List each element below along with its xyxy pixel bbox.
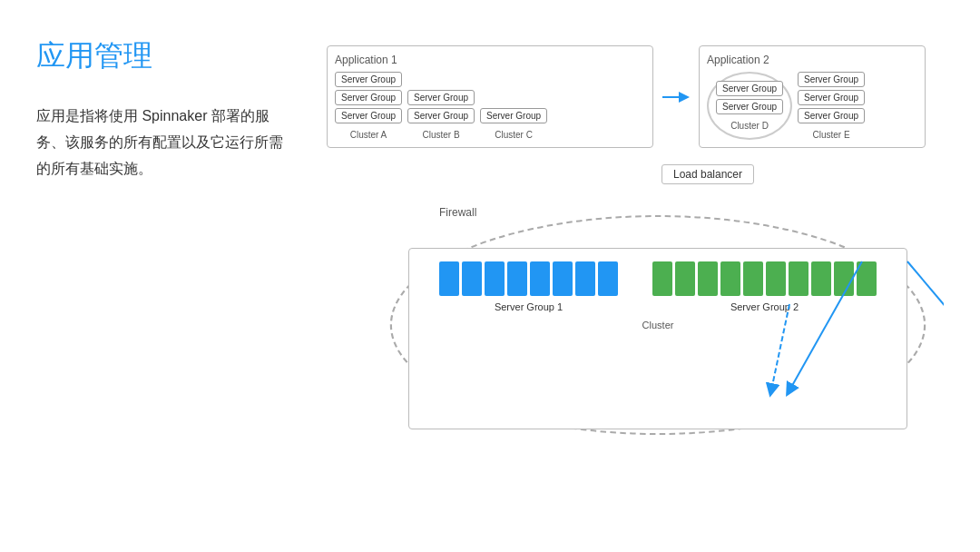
sg2-block5 (743, 261, 763, 296)
server-groups-row: Server Group 1 (431, 261, 885, 312)
sg2-block6 (766, 261, 786, 296)
application1-box: Application 1 Server Group Server Group … (327, 45, 653, 148)
cluster-a: Server Group Server Group Server Group C… (335, 72, 402, 140)
sg-e3: Server Group (798, 108, 865, 123)
sg-b2: Server Group (407, 108, 475, 123)
sg2-block4 (720, 261, 740, 296)
sg-a2: Server Group (335, 90, 402, 105)
firewall-label: Firewall (436, 206, 480, 219)
sg-a1: Server Group (335, 72, 402, 87)
sg1-block8 (598, 261, 618, 296)
sg-d1: Server Group (716, 81, 783, 96)
sg1-block6 (553, 261, 573, 296)
sg1-block5 (530, 261, 550, 296)
sg2-block8 (811, 261, 831, 296)
sg-c1: Server Group (480, 108, 547, 123)
sg1-label: Server Group 1 (495, 301, 563, 312)
lb-box: Load balancer (662, 164, 754, 184)
cluster-d-label: Cluster D (730, 121, 769, 131)
cluster-a-label: Cluster A (350, 130, 387, 140)
sg1-block7 (575, 261, 595, 296)
cluster-e-label: Cluster E (812, 130, 849, 140)
sg2-block10 (857, 261, 877, 296)
sg1-block4 (507, 261, 527, 296)
cluster-e: Server Group Server Group Server Group C… (798, 72, 865, 140)
sg1-block3 (485, 261, 505, 296)
sg1-blocks (439, 261, 618, 296)
cluster-label: Cluster (431, 320, 885, 330)
app1-title: Application 1 (335, 54, 645, 66)
server-group-2-visual: Server Group 2 (652, 261, 877, 312)
application2-box: Application 2 Server Group Server Group … (699, 45, 926, 148)
sg1-block2 (462, 261, 482, 296)
cluster-b: Server Group Server Group Cluster B (407, 90, 475, 140)
sg-d2: Server Group (716, 99, 783, 114)
sg-a3: Server Group (335, 108, 402, 123)
sg2-block3 (698, 261, 718, 296)
page-title: 应用管理 (36, 36, 290, 76)
diagram-panel: Application 1 Server Group Server Group … (327, 36, 944, 516)
sg2-block9 (834, 261, 854, 296)
sg-e1: Server Group (798, 72, 865, 87)
cluster-c: Server Group Cluster C (480, 108, 547, 140)
sg2-blocks (652, 261, 877, 296)
load-balancer-label: Load balancer (490, 164, 926, 184)
sg1-block1 (439, 261, 459, 296)
sg2-block7 (789, 261, 808, 296)
sg2-block1 (652, 261, 672, 296)
infrastructure-area: Firewall (381, 193, 935, 439)
sg2-label: Server Group 2 (730, 301, 799, 312)
cluster-box: Server Group 1 (408, 248, 907, 429)
cluster-c-label: Cluster C (495, 130, 533, 140)
cluster-b-label: Cluster B (422, 130, 459, 140)
sg-b1: Server Group (407, 90, 475, 105)
app-arrow (662, 88, 690, 106)
cluster-d: Server Group Server Group Cluster D (716, 81, 783, 131)
server-group-1-visual: Server Group 1 (439, 261, 618, 312)
description-text: 应用是指将使用 Spinnaker 部署的服务、该服务的所有配置以及它运行所需的… (36, 104, 290, 182)
sg2-block2 (675, 261, 695, 296)
left-panel: 应用管理 应用是指将使用 Spinnaker 部署的服务、该服务的所有配置以及它… (36, 36, 290, 516)
app2-title: Application 2 (707, 54, 917, 66)
cluster-d-highlight: Server Group Server Group Cluster D (707, 72, 792, 140)
sg-e2: Server Group (798, 90, 865, 105)
